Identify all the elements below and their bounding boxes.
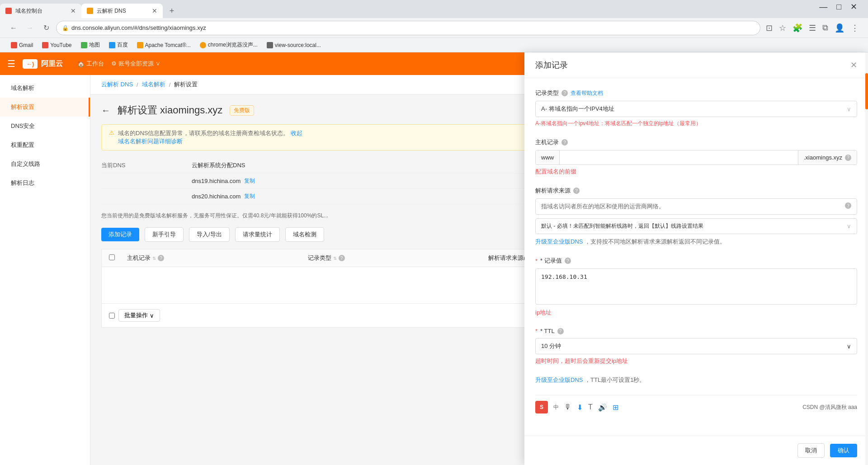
source-select[interactable]: 默认 - 必填！未匹配到智能解析线路时，返回【默认】线路设置结果 ∨ — [535, 218, 857, 234]
tab2-favicon — [87, 8, 93, 14]
extensions-icon[interactable]: 🧩 — [791, 21, 804, 35]
host-help-icon[interactable]: ? — [158, 255, 164, 261]
bookmark-gmail[interactable]: Gmail — [7, 41, 37, 49]
warning-link-collapse[interactable]: 收起 — [291, 130, 302, 136]
dropdown-arrow: ∨ — [150, 312, 154, 319]
upgrade-hint2: 升级至企业版DNS ，TTL最小可设置1秒。 — [535, 376, 857, 384]
source-field-help[interactable]: ? — [845, 202, 851, 209]
type-sort-icon[interactable]: ⇅ — [333, 256, 337, 261]
host-record-label-row: 主机记录 ? — [535, 138, 857, 146]
window-minimize[interactable]: — — [816, 2, 831, 12]
host-suffix-help[interactable]: ? — [845, 155, 851, 161]
dns20-value: dns20.hichina.com — [192, 193, 241, 200]
ttl-select[interactable]: 10 分钟 ∨ — [535, 338, 857, 354]
grid-icon[interactable]: ⊞ — [613, 403, 618, 412]
bookmark-chrome[interactable]: chrome浏览器没声... — [196, 40, 261, 50]
record-value-hint: ip地址 — [535, 309, 857, 317]
domain-check-btn[interactable]: 域名检测 — [285, 227, 324, 242]
source-hint-text: 指域名访问者所在的地区和使用的运营商网络。 — [541, 202, 665, 211]
bookmark-tomcat[interactable]: Apache Tomcat®... — [133, 41, 194, 49]
sidebar-item-weight-config[interactable]: 权重配置 — [0, 136, 90, 155]
host-record-input[interactable] — [560, 150, 798, 164]
host-suffix: .xiaomings.xyz ? — [798, 150, 857, 164]
source-select-arrow: ∨ — [847, 223, 851, 230]
ttl-label-row: * * TTL ? — [535, 328, 857, 334]
guide-btn[interactable]: 新手引导 — [145, 227, 184, 242]
nav-workbench[interactable]: 🏠 工作台 — [77, 60, 104, 68]
breadcrumb-domain[interactable]: 域名解析 — [142, 80, 165, 89]
dns19-value: dns19.hichina.com — [192, 178, 241, 184]
sidebar-item-dns-security[interactable]: DNS安全 — [0, 117, 90, 136]
window-maximize[interactable]: □ — [833, 2, 845, 12]
ttl-help-icon[interactable]: ? — [557, 328, 564, 334]
reading-list-icon[interactable]: ☰ — [807, 21, 818, 35]
host-sort-icon[interactable]: ⇅ — [152, 256, 156, 261]
footer-checkbox[interactable] — [109, 313, 115, 319]
sidebar-item-resolve-log[interactable]: 解析日志 — [0, 174, 90, 193]
tab1-favicon — [5, 8, 12, 14]
source-help-icon[interactable]: ? — [573, 188, 580, 194]
split-screen-icon[interactable]: ⧉ — [821, 21, 830, 34]
bookmark-youtube[interactable]: YouTube — [38, 41, 75, 49]
download-icon[interactable]: ⬇ — [577, 403, 583, 412]
record-value-help-icon[interactable]: ? — [565, 258, 571, 264]
record-type-help-icon[interactable]: ? — [561, 90, 568, 96]
host-record-section: 主机记录 ? www .xiaomings.xyz ? 配置域名的前缀 — [535, 138, 857, 176]
bookmark-viewsource[interactable]: view-source:local... — [263, 41, 325, 49]
dns20-copy[interactable]: 复制 — [244, 193, 255, 200]
batch-ops-dropdown[interactable]: 批量操作 ∨ — [118, 309, 160, 322]
tab2-close[interactable]: ✕ — [152, 7, 157, 14]
col-type-label: 记录类型 — [308, 254, 331, 262]
cast-icon[interactable]: ⊡ — [764, 21, 774, 35]
tab-domain-console[interactable]: 域名控制台 ✕ — [0, 4, 81, 18]
request-stats-btn[interactable]: 请求量统计 — [235, 227, 280, 242]
cancel-button[interactable]: 取消 — [797, 443, 825, 458]
tab1-title: 域名控制台 — [15, 7, 67, 15]
new-tab-button[interactable]: + — [165, 4, 179, 18]
type-help-icon[interactable]: ? — [339, 255, 345, 261]
forward-button[interactable]: → — [24, 22, 36, 34]
record-type-section: 记录类型 ? 查看帮助文档 A- 将域名指向一个IPV4地址 ∨ A-将域名指向… — [535, 89, 857, 127]
record-value-input[interactable]: 192.168.10.31 — [535, 268, 857, 305]
window-close[interactable]: ✕ — [847, 2, 861, 12]
host-record-help-icon[interactable]: ? — [561, 139, 568, 146]
record-value-section: * * 记录值 ? 192.168.10.31 ip地址 — [535, 257, 857, 317]
sidebar-item-custom-lines[interactable]: 自定义线路 — [0, 155, 90, 174]
upgrade-link2[interactable]: 升级至企业版DNS — [535, 376, 583, 383]
select-all-checkbox[interactable] — [109, 254, 115, 260]
warning-text: 域名的DNS信息配置异常，请联系您的域名注册商查检域名状态。 — [118, 130, 289, 136]
tab2-title: 云解析 DNS — [97, 7, 148, 15]
record-type-hint: A-将域名指向一个ipv4地址：将域名匹配一个独立的ip地址（最常用） — [535, 120, 857, 127]
speaker-icon[interactable]: 🔊 — [598, 403, 607, 412]
sidebar: 域名解析 解析设置 DNS安全 权重配置 自定义线路 解析日志 — [0, 75, 90, 465]
upgrade-link1[interactable]: 升级至企业版DNS — [535, 238, 583, 245]
back-button[interactable]: ← — [7, 22, 20, 34]
dns19-copy[interactable]: 复制 — [244, 177, 255, 185]
refresh-button[interactable]: ↻ — [40, 22, 52, 34]
chrome-favicon — [200, 42, 206, 48]
profile-icon[interactable]: 👤 — [833, 21, 846, 35]
bookmark-star[interactable]: ☆ — [777, 21, 788, 35]
breadcrumb-dns[interactable]: 云解析 DNS — [101, 80, 133, 89]
add-record-btn[interactable]: 添加记录 — [101, 228, 139, 241]
mic-icon[interactable]: 🎙 — [564, 403, 571, 411]
more-menu[interactable]: ⋮ — [849, 21, 861, 35]
bookmark-baidu[interactable]: 百度 — [105, 40, 132, 50]
record-type-help-link[interactable]: 查看帮助文档 — [571, 89, 603, 97]
import-export-btn[interactable]: 导入/导出 — [189, 227, 230, 242]
address-bar[interactable]: 🔒 dns.console.aliyun.com/#/dns/setting/x… — [56, 21, 760, 35]
warning-link-diagnose[interactable]: 域名名解析问题详细诊断 — [118, 138, 183, 145]
translate-icon[interactable]: T — [588, 403, 593, 411]
tab1-close[interactable]: ✕ — [71, 7, 76, 14]
sidebar-item-resolve-settings[interactable]: 解析设置 — [0, 98, 90, 117]
ttl-hint: 超时时间，超时后会重新提交ip地址 — [535, 357, 857, 365]
nav-account-resources[interactable]: ⚙ 账号全部资源 ∨ — [111, 60, 160, 68]
breadcrumb-current: 解析设置 — [174, 80, 198, 89]
hamburger-menu[interactable]: ☰ — [7, 58, 15, 69]
page-back-btn[interactable]: ← — [101, 105, 110, 116]
confirm-button[interactable]: 确认 — [830, 444, 857, 457]
bookmark-maps[interactable]: 地图 — [77, 40, 104, 50]
record-type-select[interactable]: A- 将域名指向一个IPV4地址 ∨ — [535, 101, 857, 117]
tab-dns[interactable]: 云解析 DNS ✕ — [81, 4, 163, 18]
sidebar-item-domain-resolve[interactable]: 域名解析 — [0, 79, 90, 98]
